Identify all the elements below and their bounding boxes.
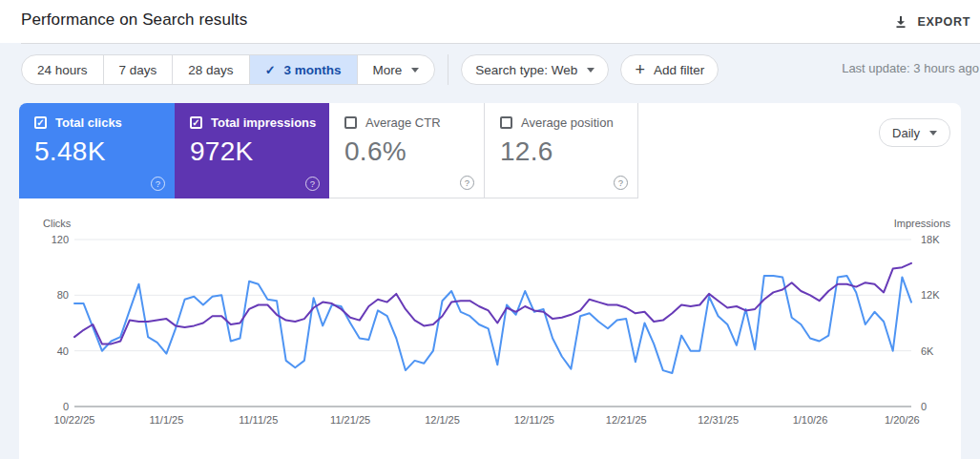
date-range-chip-group: 24 hours 7 days 28 days 3 months More: [21, 54, 435, 85]
metric-value: 972K: [190, 136, 329, 167]
svg-text:80: 80: [57, 289, 69, 301]
help-icon[interactable]: [460, 176, 474, 190]
svg-text:12K: 12K: [921, 289, 940, 301]
metric-label: Total clicks: [55, 115, 122, 130]
metric-card-average-ctr[interactable]: Average CTR 0.6%: [329, 103, 484, 198]
svg-text:12/1/25: 12/1/25: [425, 414, 460, 426]
title-bar: Performance on Search results EXPORT: [0, 0, 980, 43]
add-filter-chip[interactable]: Add filter: [620, 54, 719, 85]
export-label: EXPORT: [917, 15, 970, 29]
svg-text:40: 40: [57, 345, 69, 357]
checkbox-checked-icon[interactable]: [190, 116, 202, 129]
date-range-3-months[interactable]: 3 months: [249, 55, 357, 84]
filter-divider: [448, 54, 448, 85]
svg-text:10/22/25: 10/22/25: [54, 414, 95, 426]
metric-card-total-clicks[interactable]: Total clicks 5.48K: [19, 103, 175, 198]
checkbox-unchecked-icon[interactable]: [500, 116, 512, 129]
granularity-label: Daily: [892, 126, 920, 140]
chip-label: 28 days: [188, 63, 233, 77]
chip-label: Add filter: [654, 63, 704, 77]
help-icon[interactable]: [151, 177, 165, 191]
svg-text:12/21/25: 12/21/25: [606, 414, 647, 426]
svg-text:12/31/25: 12/31/25: [698, 414, 739, 426]
export-button[interactable]: EXPORT: [889, 0, 974, 43]
svg-text:1/10/26: 1/10/26: [793, 414, 828, 426]
metric-value: 5.48K: [34, 136, 175, 167]
metric-card-total-impressions[interactable]: Total impressions 972K: [175, 103, 329, 198]
chip-label: 7 days: [119, 63, 157, 77]
metric-label: Average CTR: [365, 115, 441, 130]
svg-text:11/11/25: 11/11/25: [239, 414, 278, 426]
svg-text:11/21/25: 11/21/25: [330, 414, 370, 426]
chip-label: 24 hours: [37, 63, 88, 77]
search-type-chip[interactable]: Search type: Web: [461, 54, 609, 85]
chip-label: Search type: Web: [475, 63, 577, 77]
svg-text:0: 0: [921, 401, 927, 412]
plus-icon: [635, 61, 645, 78]
svg-text:1/20/26: 1/20/26: [885, 414, 920, 426]
svg-text:12/11/25: 12/11/25: [514, 414, 554, 426]
metric-label: Average position: [521, 115, 614, 130]
header-divider: [21, 43, 980, 44]
chevron-down-icon: [411, 68, 419, 73]
granularity-dropdown[interactable]: Daily: [879, 118, 950, 147]
date-range-more[interactable]: More: [357, 55, 435, 84]
metric-value: 0.6%: [344, 136, 484, 167]
performance-chart[interactable]: 00406K8012K12018KClicksImpressions10/22/…: [19, 208, 961, 459]
filter-row: 24 hours 7 days 28 days 3 months More Se…: [21, 54, 719, 85]
metric-cards: Total clicks 5.48K Total impressions 972…: [19, 103, 638, 198]
date-range-7-days[interactable]: 7 days: [103, 55, 173, 84]
svg-text:18K: 18K: [921, 234, 940, 245]
checkbox-checked-icon[interactable]: [34, 116, 47, 129]
page-title: Performance on Search results: [21, 10, 247, 30]
metric-value: 12.6: [500, 136, 637, 167]
metric-label: Total impressions: [211, 115, 316, 130]
checkbox-unchecked-icon[interactable]: [344, 116, 357, 129]
svg-text:Impressions: Impressions: [894, 218, 951, 229]
help-icon[interactable]: [305, 177, 320, 191]
checkmark-icon: [265, 63, 276, 77]
chip-label: 3 months: [284, 63, 342, 77]
chevron-down-icon: [929, 131, 937, 136]
date-range-28-days[interactable]: 28 days: [172, 55, 248, 84]
chip-label: More: [373, 63, 403, 77]
chevron-down-icon: [587, 68, 594, 73]
last-update-text: Last update: 3 hours ago: [842, 61, 979, 75]
help-icon[interactable]: [614, 176, 628, 190]
metric-card-average-position[interactable]: Average position 12.6: [484, 103, 638, 198]
svg-text:11/1/25: 11/1/25: [149, 414, 183, 426]
download-icon: [893, 14, 908, 30]
date-range-24-hours[interactable]: 24 hours: [22, 55, 103, 84]
svg-text:0: 0: [63, 401, 69, 412]
svg-text:6K: 6K: [921, 345, 934, 357]
svg-text:120: 120: [52, 234, 69, 245]
performance-panel: Total clicks 5.48K Total impressions 972…: [19, 103, 961, 459]
svg-text:Clicks: Clicks: [43, 218, 72, 229]
